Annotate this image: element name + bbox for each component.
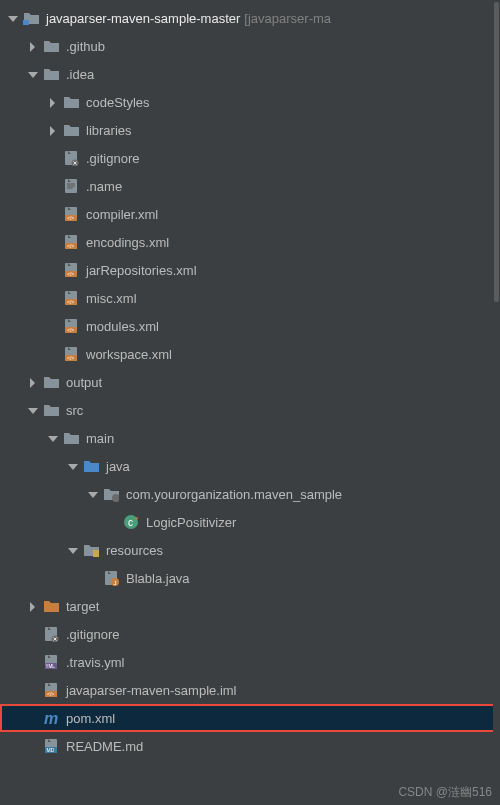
source-folder-icon xyxy=(82,457,100,475)
folder-icon xyxy=(42,373,60,391)
tree-row[interactable]: java xyxy=(0,452,500,480)
folder-icon xyxy=(42,401,60,419)
tree-label: misc.xml xyxy=(86,291,137,306)
chevron-right-icon[interactable] xyxy=(44,122,60,138)
folder-icon xyxy=(62,121,80,139)
markdown-file-icon xyxy=(42,737,60,755)
tree-label: .gitignore xyxy=(66,627,119,642)
chevron-down-icon[interactable] xyxy=(44,430,60,446)
tree-row[interactable]: resources xyxy=(0,536,500,564)
tree-row[interactable]: codeStyles xyxy=(0,88,500,116)
tree-label: main xyxy=(86,431,114,446)
watermark: CSDN @涟幽516 xyxy=(398,784,492,801)
tree-label: javaparser-maven-sample.iml xyxy=(66,683,237,698)
chevron-down-icon[interactable] xyxy=(84,486,100,502)
tree-label: javaparser-maven-sample-master xyxy=(46,11,240,26)
tree-label: java xyxy=(106,459,130,474)
tree-label: .name xyxy=(86,179,122,194)
tree-row[interactable]: .idea xyxy=(0,60,500,88)
text-file-icon xyxy=(62,177,80,195)
tree-annotation: [javaparser-ma xyxy=(244,11,331,26)
tree-row[interactable]: main xyxy=(0,424,500,452)
tree-label: workspace.xml xyxy=(86,347,172,362)
chevron-down-icon[interactable] xyxy=(64,458,80,474)
tree-label: .idea xyxy=(66,67,94,82)
module-folder-icon xyxy=(22,9,40,27)
tree-label: jarRepositories.xml xyxy=(86,263,197,278)
tree-label: libraries xyxy=(86,123,132,138)
tree-label: .github xyxy=(66,39,105,54)
tree-label: .travis.yml xyxy=(66,655,125,670)
tree-row[interactable]: .travis.yml xyxy=(0,648,500,676)
tree-row[interactable]: compiler.xml xyxy=(0,200,500,228)
xml-file-icon xyxy=(62,261,80,279)
gitignore-file-icon xyxy=(42,625,60,643)
tree-row[interactable]: jarRepositories.xml xyxy=(0,256,500,284)
tree-label: output xyxy=(66,375,102,390)
tree-row[interactable]: target xyxy=(0,592,500,620)
xml-file-icon xyxy=(62,233,80,251)
tree-row[interactable]: modules.xml xyxy=(0,312,500,340)
gitignore-file-icon xyxy=(62,149,80,167)
chevron-right-icon[interactable] xyxy=(44,94,60,110)
tree-row[interactable]: output xyxy=(0,368,500,396)
tree-label: com.yourorganization.maven_sample xyxy=(126,487,342,502)
tree-row-root[interactable]: javaparser-maven-sample-master [javapars… xyxy=(0,4,500,32)
tree-label: LogicPositivizer xyxy=(146,515,236,530)
tree-row[interactable]: .gitignore xyxy=(0,144,500,172)
chevron-right-icon[interactable] xyxy=(24,374,40,390)
scrollbar-thumb[interactable] xyxy=(494,2,499,302)
tree-row[interactable]: src xyxy=(0,396,500,424)
folder-icon xyxy=(42,65,60,83)
chevron-right-icon[interactable] xyxy=(24,598,40,614)
tree-label: src xyxy=(66,403,83,418)
tree-row[interactable]: libraries xyxy=(0,116,500,144)
tree-row[interactable]: .name xyxy=(0,172,500,200)
xml-file-icon xyxy=(62,205,80,223)
tree-row[interactable]: README.md xyxy=(0,732,500,760)
folder-icon xyxy=(42,37,60,55)
folder-icon xyxy=(62,429,80,447)
chevron-down-icon[interactable] xyxy=(4,10,20,26)
xml-file-icon xyxy=(42,681,60,699)
tree-label: pom.xml xyxy=(66,711,115,726)
tree-label: .gitignore xyxy=(86,151,139,166)
tree-row[interactable]: javaparser-maven-sample.iml xyxy=(0,676,500,704)
chevron-down-icon[interactable] xyxy=(24,66,40,82)
tree-label: modules.xml xyxy=(86,319,159,334)
tree-label: Blabla.java xyxy=(126,571,190,586)
tree-row[interactable]: Blabla.java xyxy=(0,564,500,592)
chevron-right-icon[interactable] xyxy=(24,38,40,54)
target-folder-icon xyxy=(42,597,60,615)
tree-label: codeStyles xyxy=(86,95,150,110)
tree-row[interactable]: .gitignore xyxy=(0,620,500,648)
tree-row-pom[interactable]: pom.xml xyxy=(0,704,500,732)
vertical-scrollbar[interactable] xyxy=(493,0,500,805)
tree-label: encodings.xml xyxy=(86,235,169,250)
project-tree[interactable]: javaparser-maven-sample-master [javapars… xyxy=(0,0,500,760)
resources-folder-icon xyxy=(82,541,100,559)
maven-file-icon xyxy=(42,709,60,727)
chevron-down-icon[interactable] xyxy=(24,402,40,418)
xml-file-icon xyxy=(62,289,80,307)
tree-row[interactable]: workspace.xml xyxy=(0,340,500,368)
tree-label: target xyxy=(66,599,99,614)
tree-label: compiler.xml xyxy=(86,207,158,222)
tree-row[interactable]: encodings.xml xyxy=(0,228,500,256)
tree-row[interactable]: com.yourorganization.maven_sample xyxy=(0,480,500,508)
xml-file-icon xyxy=(62,317,80,335)
chevron-down-icon[interactable] xyxy=(64,542,80,558)
tree-label: resources xyxy=(106,543,163,558)
tree-label: README.md xyxy=(66,739,143,754)
folder-icon xyxy=(62,93,80,111)
package-folder-icon xyxy=(102,485,120,503)
class-icon xyxy=(122,513,140,531)
xml-file-icon xyxy=(62,345,80,363)
java-file-icon xyxy=(102,569,120,587)
tree-row[interactable]: LogicPositivizer xyxy=(0,508,500,536)
yml-file-icon xyxy=(42,653,60,671)
tree-row[interactable]: .github xyxy=(0,32,500,60)
tree-row[interactable]: misc.xml xyxy=(0,284,500,312)
